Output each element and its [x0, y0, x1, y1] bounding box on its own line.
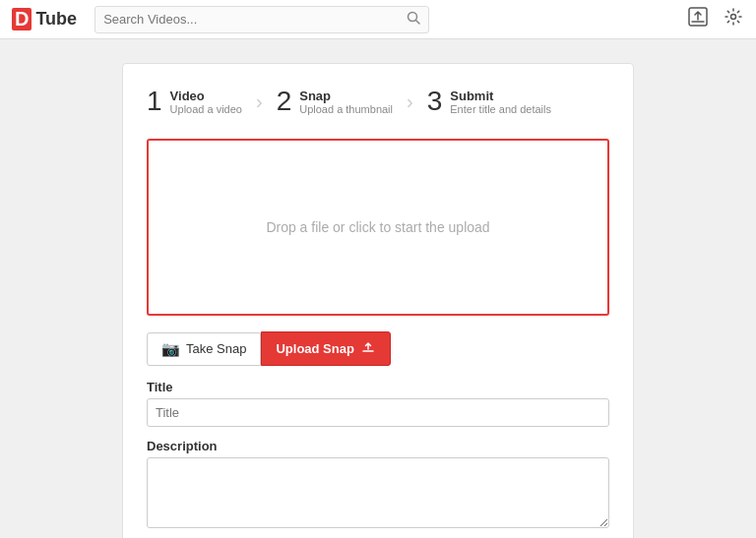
step-2-info: Snap Upload a thumbnail — [299, 89, 393, 115]
step-3-number: 3 — [427, 88, 443, 115]
upload-snap-button[interactable]: Upload Snap — [261, 331, 390, 366]
upload-snap-label: Upload Snap — [276, 341, 353, 356]
search-bar — [94, 6, 429, 33]
step-2-number: 2 — [277, 88, 292, 115]
snap-buttons: 📷 Take Snap Upload Snap — [147, 331, 609, 366]
svg-point-3 — [731, 15, 736, 20]
take-snap-label: Take Snap — [186, 341, 246, 356]
step-1-info: Video Upload a video — [170, 89, 242, 115]
step-2-title: Snap — [299, 89, 393, 103]
step-2: 2 Snap Upload a thumbnail — [277, 88, 393, 115]
step-1-title: Video — [170, 89, 242, 103]
logo-d: D — [12, 8, 32, 30]
step-1-number: 1 — [147, 88, 162, 115]
step-arrow-2: › — [407, 91, 413, 111]
step-3-title: Submit — [450, 89, 551, 103]
step-arrow-1: › — [256, 91, 263, 111]
upload-card: 1 Video Upload a video › 2 Snap Upload a… — [122, 63, 634, 538]
drop-zone-text: Drop a file or click to start the upload — [266, 219, 489, 235]
step-3: 3 Submit Enter title and details — [427, 88, 551, 115]
take-snap-button[interactable]: 📷 Take Snap — [147, 332, 261, 366]
logo[interactable]: DTube — [12, 8, 77, 30]
step-3-subtitle: Enter title and details — [450, 103, 551, 115]
step-3-info: Submit Enter title and details — [450, 89, 551, 115]
camera-icon: 📷 — [161, 340, 180, 358]
description-input[interactable] — [147, 457, 609, 528]
app-header: DTube — [0, 0, 756, 39]
title-label: Title — [147, 380, 609, 394]
step-1: 1 Video Upload a video — [147, 88, 242, 115]
main-content: 1 Video Upload a video › 2 Snap Upload a… — [0, 39, 756, 538]
title-field-group: Title — [147, 380, 609, 427]
steps-bar: 1 Video Upload a video › 2 Snap Upload a… — [147, 88, 609, 115]
description-field-group: Description — [147, 439, 609, 531]
step-1-subtitle: Upload a video — [170, 103, 242, 115]
header-actions — [687, 6, 744, 32]
step-2-subtitle: Upload a thumbnail — [299, 103, 393, 115]
logo-tube: Tube — [35, 9, 77, 30]
search-input[interactable] — [103, 12, 407, 27]
cloud-upload-icon[interactable] — [687, 6, 709, 32]
title-input[interactable] — [147, 398, 609, 427]
svg-line-1 — [416, 21, 420, 25]
search-icon — [407, 11, 420, 28]
upload-cloud-icon — [360, 339, 376, 358]
drop-zone[interactable]: Drop a file or click to start the upload — [147, 139, 609, 316]
settings-icon[interactable] — [723, 6, 744, 32]
description-label: Description — [147, 439, 609, 453]
